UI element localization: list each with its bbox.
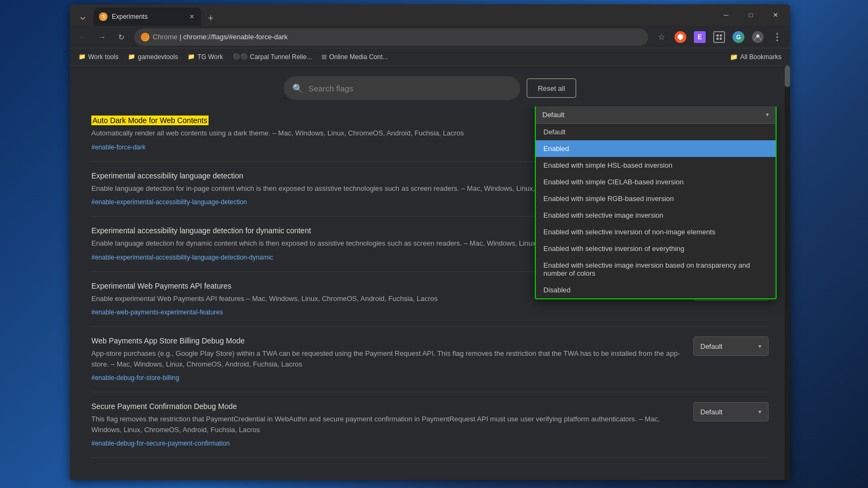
- profile-avatar: [752, 31, 764, 43]
- search-container: 🔍: [284, 76, 520, 100]
- bookmark-folder-icon-3: 📁: [188, 53, 195, 60]
- bookmarks-bar: 📁 Work tools 📁 gamedevtools 📁 TG Work ⚫⚫…: [70, 48, 790, 66]
- brave-extension-button[interactable]: [672, 28, 689, 46]
- tab-close-button[interactable]: ✕: [187, 12, 197, 21]
- select-chevron-icon-5: ▾: [758, 408, 762, 415]
- flags-header: 🔍 Reset all: [70, 66, 790, 106]
- dropdown-option-default[interactable]: Default: [536, 124, 776, 140]
- dropdown-option-enabled[interactable]: Enabled: [536, 140, 776, 157]
- flag-link-secure-payment[interactable]: #enable-debug-for-secure-payment-confirm…: [91, 440, 229, 447]
- flag-desc-store-billing: App-store purchases (e.g., Google Play S…: [91, 348, 683, 369]
- dropdown-header[interactable]: Default ▾: [536, 106, 776, 124]
- all-bookmarks-button[interactable]: 📁 All Bookmarks: [726, 51, 786, 63]
- ext-icon-2: [713, 31, 725, 43]
- flag-control-secure-payment: Default ▾: [693, 402, 769, 421]
- scrollbar-track[interactable]: [785, 66, 790, 480]
- site-favicon: [141, 33, 149, 41]
- dropdown-chevron-icon: ▾: [766, 111, 769, 118]
- flag-item-store-billing: Web Payments App Store Billing Debug Mod…: [91, 327, 769, 392]
- flag-info-store-billing: Web Payments App Store Billing Debug Mod…: [91, 336, 683, 382]
- chrome-menu-button[interactable]: [769, 28, 786, 46]
- flag-link-accessibility-lang-dynamic[interactable]: #enable-experimental-accessibility-langu…: [91, 254, 273, 261]
- flags-page: 🔍 Reset all Auto Dark Mode for Web Conte…: [70, 66, 790, 480]
- scrollbar-thumb[interactable]: [785, 66, 790, 87]
- ext-button-2[interactable]: [711, 28, 728, 46]
- close-button[interactable]: ✕: [763, 6, 788, 24]
- flag-select-secure-payment[interactable]: Default ▾: [693, 402, 769, 421]
- back-button[interactable]: ←: [74, 28, 91, 46]
- dropdown-selected-text: Default: [542, 111, 564, 119]
- minimize-button[interactable]: ─: [714, 6, 738, 24]
- dropdown-option-rgb[interactable]: Enabled with simple RGB-based inversion: [536, 190, 776, 207]
- ext-icon-1: E: [694, 31, 706, 43]
- flag-name-highlighted: Auto Dark Mode for Web Contents: [91, 116, 209, 125]
- address-scheme: Chrome: [153, 33, 177, 41]
- bookmark-star-button[interactable]: ☆: [652, 28, 670, 46]
- bookmark-folder-icon-all: 📁: [730, 53, 738, 61]
- dropdown-open-auto-dark: Default ▾ Default Enabled Enabled with s…: [535, 106, 777, 299]
- dropdown-option-selective-nonimage[interactable]: Enabled with selective inversion of non-…: [536, 224, 776, 240]
- chrome-window: ⚗ Experiments ✕ + ─ □ ✕ ← → ↻ Chrome: [70, 4, 790, 480]
- profile-button[interactable]: [749, 28, 766, 46]
- dropdown-option-selective-transparency[interactable]: Enabled with selective image inversion b…: [536, 257, 776, 282]
- flag-item-secure-payment: Secure Payment Confirmation Debug Mode T…: [91, 392, 769, 458]
- google-account-button[interactable]: G: [730, 28, 747, 46]
- svg-point-8: [777, 36, 778, 38]
- flag-select-store-billing[interactable]: Default ▾: [693, 336, 769, 356]
- dropdown-option-hsl[interactable]: Enabled with simple HSL-based inversion: [536, 157, 776, 174]
- ext-button-1[interactable]: E: [691, 28, 708, 46]
- svg-rect-5: [720, 38, 722, 40]
- flag-link-web-payments-api[interactable]: #enable-web-payments-experimental-featur…: [91, 308, 223, 316]
- svg-point-9: [777, 39, 778, 41]
- brave-icon: [675, 31, 686, 43]
- address-bar[interactable]: Chrome | chrome://flags/#enable-force-da…: [134, 28, 648, 46]
- tab-title: Experiments: [112, 13, 183, 20]
- bookmark-tg-work-label: TG Work: [197, 53, 223, 61]
- bookmark-gamedevtools[interactable]: 📁 gamedevtools: [124, 51, 182, 63]
- flags-list: Auto Dark Mode for Web Contents Automati…: [70, 106, 790, 480]
- bookmark-gamedevtools-label: gamedevtools: [138, 53, 178, 61]
- google-icon: G: [733, 31, 744, 43]
- bookmark-work-tools-label: Work tools: [88, 53, 118, 61]
- dropdown-option-selective-everything[interactable]: Enabled with selective inversion of ever…: [536, 240, 776, 257]
- bookmark-tg-work[interactable]: 📁 TG Work: [183, 51, 227, 63]
- reset-all-button[interactable]: Reset all: [527, 78, 577, 98]
- dropdown-option-cielab[interactable]: Enabled with simple CIELAB-based inversi…: [536, 174, 776, 190]
- flag-info-secure-payment: Secure Payment Confirmation Debug Mode T…: [91, 402, 683, 448]
- flag-link-accessibility-lang[interactable]: #enable-experimental-accessibility-langu…: [91, 198, 247, 206]
- forward-button[interactable]: →: [94, 28, 111, 46]
- select-chevron-icon-4: ▾: [758, 343, 762, 350]
- tab-favicon: ⚗: [99, 12, 107, 21]
- svg-rect-4: [716, 38, 719, 40]
- reload-button[interactable]: ↻: [113, 28, 130, 46]
- new-tab-button[interactable]: +: [203, 11, 218, 26]
- window-controls: ─ □ ✕: [712, 4, 790, 26]
- flag-link-store-billing[interactable]: #enable-debug-for-store-billing: [91, 374, 179, 382]
- maximize-button[interactable]: □: [738, 6, 763, 24]
- flag-control-auto-dark: Default ▾ Default ▾ Default Enabled Enab…: [693, 116, 769, 135]
- dropdown-option-selective-image[interactable]: Enabled with selective image inversion: [536, 207, 776, 224]
- address-url: | chrome://flags/#enable-force-dark: [180, 33, 288, 41]
- flag-item-auto-dark: Auto Dark Mode for Web Contents Automati…: [91, 106, 769, 162]
- flag-link-auto-dark[interactable]: #enable-force-dark: [91, 143, 146, 151]
- svg-point-7: [777, 33, 778, 34]
- bookmark-folder-icon: 📁: [78, 53, 86, 60]
- page-content: 🔍 Reset all Auto Dark Mode for Web Conte…: [70, 66, 790, 480]
- bookmark-online-media-label: Online Media Cont...: [329, 53, 388, 61]
- bookmark-icon-carpal: ⚫⚫: [233, 53, 248, 60]
- bookmark-online-media[interactable]: ▦ Online Media Cont...: [317, 51, 392, 63]
- bookmark-icon-media: ▦: [321, 53, 327, 60]
- flag-name-secure-payment: Secure Payment Confirmation Debug Mode: [91, 402, 683, 411]
- svg-rect-2: [716, 34, 719, 37]
- dropdown-option-disabled[interactable]: Disabled: [536, 282, 776, 298]
- flag-desc-secure-payment: This flag removes the restriction that P…: [91, 414, 683, 435]
- bookmark-carpal[interactable]: ⚫⚫ Carpal Tunnel Relie...: [228, 51, 316, 63]
- flag-name-store-billing: Web Payments App Store Billing Debug Mod…: [91, 336, 683, 345]
- svg-rect-3: [720, 34, 722, 37]
- title-bar: ⚗ Experiments ✕ + ─ □ ✕: [70, 4, 790, 26]
- svg-point-1: [144, 36, 146, 38]
- search-input[interactable]: [309, 84, 512, 93]
- tab-dropdown-button[interactable]: [74, 11, 91, 26]
- active-tab[interactable]: ⚗ Experiments ✕: [94, 8, 201, 26]
- bookmark-work-tools[interactable]: 📁 Work tools: [74, 51, 123, 63]
